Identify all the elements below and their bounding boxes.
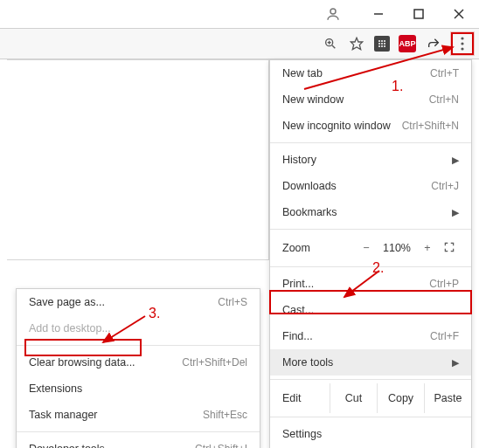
toolbar: ABP	[0, 28, 479, 59]
menu-item-settings[interactable]: Settings	[270, 421, 471, 447]
svg-point-10	[378, 40, 380, 42]
fullscreen-button[interactable]	[440, 241, 459, 256]
page-content	[7, 59, 269, 260]
menu-label: Extensions	[29, 383, 82, 395]
edit-label: Edit	[282, 392, 330, 404]
menu-item-downloads[interactable]: Downloads Ctrl+J	[270, 173, 471, 199]
menu-item-history[interactable]: History ▶	[270, 147, 471, 173]
main-menu: New tab Ctrl+T New window Ctrl+N New inc…	[269, 59, 472, 448]
menu-separator	[17, 345, 260, 346]
zoom-out-button[interactable]: −	[354, 242, 378, 254]
menu-item-new-window[interactable]: New window Ctrl+N	[270, 86, 471, 113]
menu-item-bookmarks[interactable]: Bookmarks ▶	[270, 199, 471, 225]
maximize-button[interactable]	[399, 0, 439, 28]
extension-grid-icon[interactable]	[374, 36, 390, 52]
menu-label: Bookmarks	[282, 206, 337, 218]
svg-point-17	[381, 45, 383, 47]
menu-shortcut: Ctrl+P	[429, 278, 459, 290]
submenu-arrow-icon: ▶	[452, 207, 459, 218]
submenu-item-developer-tools[interactable]: Developer tools Ctrl+Shift+I	[17, 436, 260, 448]
menu-label: New incognito window	[282, 120, 391, 132]
menu-label: Settings	[282, 428, 322, 440]
svg-point-0	[330, 9, 336, 14]
svg-rect-2	[414, 10, 423, 18]
menu-item-new-incognito[interactable]: New incognito window Ctrl+Shift+N	[270, 113, 471, 139]
submenu-item-task-manager[interactable]: Task manager Shift+Esc	[17, 402, 260, 428]
menu-shortcut: Ctrl+F	[430, 330, 459, 342]
submenu-item-clear-browsing-data[interactable]: Clear browsing data... Ctrl+Shift+Del	[17, 349, 260, 376]
bookmark-star-icon[interactable]	[348, 35, 365, 52]
profile-icon[interactable]	[325, 6, 341, 22]
menu-shortcut: Ctrl+Shift+N	[402, 120, 459, 132]
svg-point-11	[381, 40, 383, 42]
menu-item-new-tab[interactable]: New tab Ctrl+T	[270, 60, 471, 86]
svg-marker-9	[351, 38, 362, 49]
menu-label: Developer tools	[29, 443, 105, 448]
menu-item-edit: Edit Cut Copy Paste	[270, 383, 471, 413]
menu-label: Find...	[282, 330, 313, 342]
title-bar	[0, 0, 479, 28]
menu-label: New window	[282, 93, 344, 106]
menu-separator	[270, 229, 471, 230]
submenu-item-save-page[interactable]: Save page as... Ctrl+S	[17, 289, 260, 315]
menu-label: History	[282, 154, 316, 166]
menu-label: Cast...	[282, 304, 314, 316]
menu-separator	[270, 417, 471, 417]
close-button[interactable]	[439, 0, 479, 28]
menu-label: New tab	[282, 67, 323, 79]
menu-label: Add to desktop...	[29, 322, 111, 334]
menu-item-cast[interactable]: Cast...	[270, 297, 471, 323]
submenu-item-add-desktop: Add to desktop...	[17, 315, 260, 341]
menu-label: Print...	[282, 278, 314, 290]
copy-button[interactable]: Copy	[377, 383, 424, 413]
svg-point-14	[381, 43, 383, 45]
svg-line-6	[332, 45, 335, 48]
svg-point-13	[378, 43, 380, 45]
zoom-icon[interactable]	[322, 35, 339, 52]
zoom-label: Zoom	[282, 242, 354, 254]
menu-shortcut: Shift+Esc	[203, 409, 247, 421]
cut-button[interactable]: Cut	[330, 383, 377, 413]
submenu-item-extensions[interactable]: Extensions	[17, 376, 260, 402]
menu-item-find[interactable]: Find... Ctrl+F	[270, 323, 471, 349]
svg-point-18	[384, 45, 385, 47]
svg-point-20	[461, 42, 463, 45]
menu-label: Clear browsing data...	[29, 356, 135, 369]
zoom-value: 110%	[378, 242, 415, 254]
menu-shortcut: Ctrl+Shift+Del	[182, 356, 247, 369]
menu-shortcut: Ctrl+S	[218, 296, 247, 308]
menu-shortcut: Ctrl+T	[430, 67, 459, 79]
submenu-arrow-icon: ▶	[452, 155, 459, 166]
menu-item-print[interactable]: Print... Ctrl+P	[270, 271, 471, 297]
minimize-button[interactable]	[358, 0, 399, 28]
menu-button[interactable]	[451, 32, 474, 55]
svg-point-15	[384, 43, 385, 45]
menu-label: Save page as...	[29, 296, 105, 308]
menu-label: More tools	[282, 356, 333, 369]
menu-separator	[270, 379, 471, 380]
menu-shortcut: Ctrl+Shift+I	[195, 443, 247, 448]
menu-separator	[17, 431, 260, 432]
menu-separator	[270, 266, 471, 267]
share-icon[interactable]	[425, 35, 442, 52]
menu-item-more-tools[interactable]: More tools ▶	[270, 349, 471, 376]
more-tools-submenu: Save page as... Ctrl+S Add to desktop...…	[16, 288, 260, 448]
svg-point-19	[461, 37, 463, 39]
paste-button[interactable]: Paste	[424, 383, 471, 413]
menu-label: Task manager	[29, 409, 98, 421]
svg-point-21	[461, 47, 463, 50]
adblock-icon[interactable]: ABP	[399, 35, 416, 52]
menu-item-zoom: Zoom − 110% +	[270, 233, 471, 263]
submenu-arrow-icon: ▶	[452, 357, 459, 369]
menu-shortcut: Ctrl+J	[431, 180, 459, 192]
svg-point-16	[378, 45, 380, 47]
menu-separator	[270, 142, 471, 143]
menu-shortcut: Ctrl+N	[429, 93, 459, 106]
zoom-in-button[interactable]: +	[415, 242, 440, 254]
menu-label: Downloads	[282, 180, 337, 192]
svg-point-12	[384, 40, 385, 42]
